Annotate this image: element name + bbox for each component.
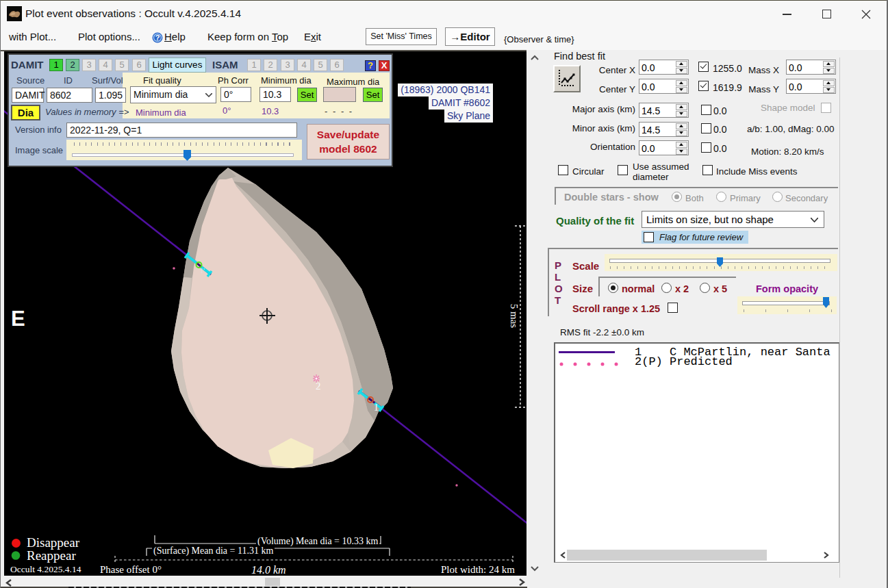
- svg-text:?: ?: [155, 34, 160, 42]
- svg-text:1': 1': [200, 267, 205, 274]
- svg-text:2: 2: [316, 381, 321, 392]
- svg-text:1: 1: [374, 402, 379, 413]
